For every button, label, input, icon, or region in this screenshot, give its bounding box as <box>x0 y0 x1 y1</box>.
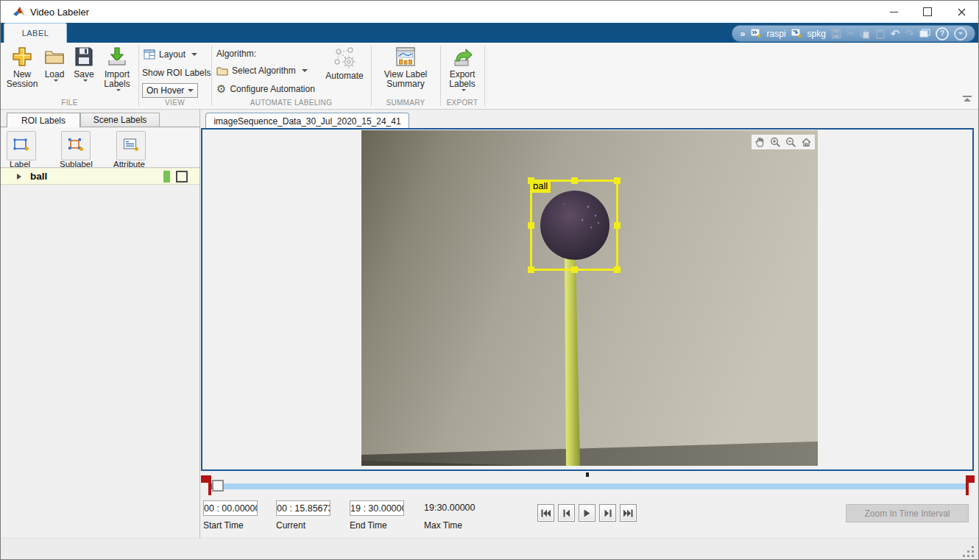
roi-label-name: ball <box>30 171 47 182</box>
next-frame-icon <box>604 509 612 517</box>
previous-frame-button[interactable] <box>558 504 575 522</box>
load-button[interactable]: Load <box>40 46 68 82</box>
minimize-icon <box>890 12 898 13</box>
zoom-out-button[interactable] <box>784 135 798 149</box>
add-attribute-icon <box>121 136 141 155</box>
roi-handle-se[interactable] <box>614 266 621 273</box>
tab-scene-labels[interactable]: Scene Labels <box>80 113 160 127</box>
load-caret-icon <box>54 79 58 82</box>
collapse-ribbon-button[interactable] <box>962 94 972 104</box>
spkg-icon[interactable] <box>791 29 802 39</box>
toolbar-options-icon[interactable] <box>954 27 967 40</box>
last-frame-icon <box>623 509 633 517</box>
on-hover-caret-icon <box>188 89 194 92</box>
spkg-label[interactable]: spkg <box>807 29 826 39</box>
save-icon[interactable] <box>831 29 841 39</box>
resize-grip[interactable] <box>961 544 974 557</box>
save-button[interactable]: Save <box>70 46 98 82</box>
max-time-value: 19:30.00000 <box>424 503 476 513</box>
cut-icon[interactable]: ✂ <box>847 29 855 38</box>
new-session-button[interactable]: New Session <box>5 46 39 89</box>
export-labels-icon <box>451 46 473 68</box>
end-time-input[interactable] <box>350 500 404 516</box>
window-layout-icon[interactable] <box>919 29 930 38</box>
add-label-icon <box>12 136 31 155</box>
view-label-summary-button[interactable]: View Label Summary <box>378 46 434 89</box>
panel-divider[interactable] <box>199 110 200 538</box>
roi-label-list-item[interactable]: ball <box>1 168 199 185</box>
select-algorithm-button[interactable]: Select Algorithm <box>216 65 308 76</box>
configure-automation-button[interactable]: ⚙ Configure Automation <box>216 82 315 96</box>
last-frame-button[interactable] <box>620 504 637 522</box>
previous-frame-icon <box>563 509 570 517</box>
roi-handle-s[interactable] <box>571 266 578 273</box>
close-button[interactable] <box>944 1 978 23</box>
help-icon[interactable]: ? <box>936 27 949 40</box>
maximize-icon <box>923 7 932 16</box>
configure-gear-icon: ⚙ <box>216 82 226 96</box>
pan-hand-button[interactable] <box>753 135 767 149</box>
start-time-label: Start Time <box>203 520 244 531</box>
add-label-button[interactable] <box>7 131 36 160</box>
home-view-button[interactable] <box>799 135 813 149</box>
add-sublabel-button[interactable] <box>61 131 91 160</box>
zoom-in-icon <box>770 137 781 148</box>
import-labels-button[interactable]: Import Labels <box>98 46 136 91</box>
overflow-icon[interactable]: » <box>740 29 745 38</box>
start-flag-marker[interactable] <box>208 475 211 495</box>
video-frame[interactable]: ball <box>361 130 818 466</box>
max-time-label: Max Time <box>424 520 462 531</box>
label-color-swatch[interactable] <box>163 171 170 182</box>
automate-button[interactable]: Automate <box>322 46 367 81</box>
maximize-button[interactable] <box>911 1 944 23</box>
summary-section-caption: SUMMARY <box>371 99 440 107</box>
load-folder-icon <box>43 46 66 68</box>
import-labels-icon <box>106 46 128 68</box>
roi-bounding-box[interactable]: ball <box>530 180 618 271</box>
copy-icon[interactable] <box>860 29 870 39</box>
next-frame-button[interactable] <box>599 504 616 522</box>
roi-handle-w[interactable] <box>528 222 534 229</box>
raspi-label[interactable]: raspi <box>767 29 786 39</box>
current-time-label: Current <box>276 520 305 531</box>
add-attribute-button[interactable] <box>116 131 146 160</box>
end-flag-marker[interactable] <box>966 475 969 495</box>
close-icon <box>958 8 966 16</box>
rectangle-shape-icon <box>176 171 188 182</box>
undo-icon[interactable]: ↶ <box>891 29 900 38</box>
start-time-input[interactable] <box>203 500 258 516</box>
ribbon-tab-strip: LABEL » raspi spkg ✂ <box>1 23 978 43</box>
roi-handle-e[interactable] <box>614 222 621 229</box>
video-display-panel: ball <box>201 128 974 471</box>
layout-button[interactable]: Layout <box>144 49 197 60</box>
export-labels-button[interactable]: Export Labels <box>444 46 481 91</box>
raspi-icon[interactable] <box>751 29 762 39</box>
zoom-in-button[interactable] <box>768 135 782 149</box>
sequence-tab[interactable]: imageSequence_Data_30_Jul_2020_15_24_41 <box>205 113 409 129</box>
save-caret-icon <box>83 79 88 82</box>
title-bar: Video Labeler <box>1 1 978 23</box>
play-button[interactable] <box>579 504 595 522</box>
zoom-in-time-interval-button[interactable]: Zoom In Time Interval <box>846 504 969 522</box>
tab-roi-labels[interactable]: ROI Labels <box>7 113 80 127</box>
panel-resize-handle[interactable] <box>586 472 589 477</box>
expand-arrow-icon[interactable] <box>17 174 21 180</box>
minimize-button[interactable] <box>877 1 911 23</box>
first-frame-button[interactable] <box>537 504 554 522</box>
paste-icon[interactable] <box>875 29 886 39</box>
first-frame-icon <box>541 509 551 517</box>
roi-handle-ne[interactable] <box>614 177 621 184</box>
redo-icon[interactable]: ↷ <box>905 29 914 38</box>
roi-handle-nw[interactable] <box>528 177 534 184</box>
roi-handle-n[interactable] <box>571 177 578 184</box>
status-bar <box>1 539 978 560</box>
on-hover-dropdown[interactable]: On Hover <box>142 83 198 98</box>
timeline-thumb[interactable] <box>212 480 224 492</box>
tab-label[interactable]: LABEL <box>4 23 67 43</box>
roi-handle-sw[interactable] <box>528 266 534 273</box>
timeline-track[interactable] <box>209 483 969 489</box>
roi-labels-toolbar: Label Sublabel Attribute <box>1 127 199 168</box>
video-labeler-window: Video Labeler LABEL » raspi spkg <box>0 0 979 560</box>
layout-icon <box>144 49 155 60</box>
current-time-input[interactable] <box>276 500 331 516</box>
